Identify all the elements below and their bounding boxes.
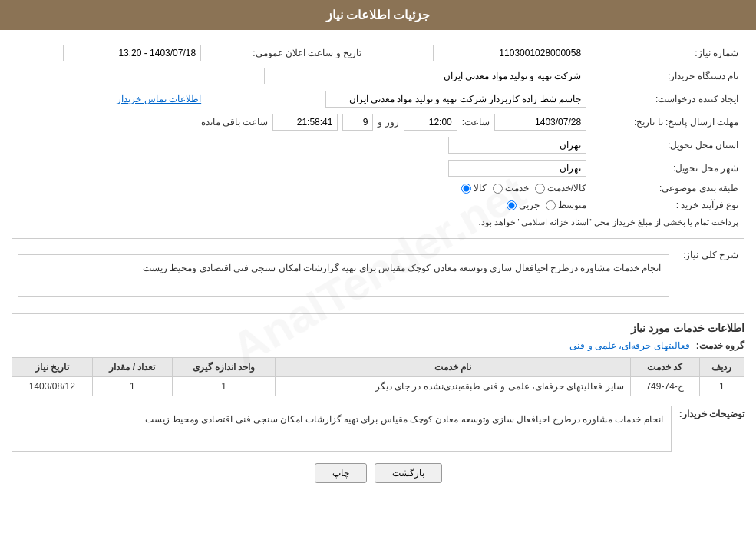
buyer-notes-box: انجام خدمات مشاوره درطرح احیافعال سازی و… (12, 406, 672, 452)
deadline-time-input[interactable] (404, 114, 457, 131)
table-cell-1: ج-74-749 (630, 377, 699, 396)
requester-input[interactable] (325, 91, 586, 108)
process-cell: متوسط جزیی (12, 197, 593, 214)
back-button[interactable]: بازگشت (375, 463, 442, 483)
contact-link-cell: اطلاعات تماس خریدار (12, 88, 207, 111)
buyer-org-label: نام دستگاه خریدار: (593, 65, 744, 88)
description-box: انجام خدمات مشاوره درطرح احیافعال سازی و… (18, 254, 669, 297)
deadline-days-label: روز و (378, 117, 398, 128)
table-cell-0: 1 (699, 377, 744, 396)
deadline-time-label: ساعت: (462, 117, 490, 128)
services-section: اطلاعات خدمات مورد نیاز گروه خدمت: فعالی… (12, 322, 744, 396)
province-label: استان محل تحویل: (593, 134, 744, 157)
process-radio-jozii[interactable]: جزیی (507, 200, 540, 210)
table-cell-3: 1 (173, 377, 276, 396)
print-button[interactable]: چاپ (315, 463, 367, 483)
province-input[interactable] (448, 137, 586, 154)
deadline-counter-input[interactable] (272, 114, 338, 131)
services-table: ردیف کد خدمت نام خدمت واحد اندازه گیری ت… (12, 357, 744, 396)
category-radio-khedmat[interactable]: خدمت (493, 183, 529, 194)
buyer-notes-row: توضیحات خریدار: انجام خدمات مشاوره درطرح… (12, 406, 744, 452)
city-cell (12, 157, 593, 180)
col-header-unit: واحد اندازه گیری (173, 358, 276, 377)
group-label: گروه خدمت: (696, 340, 744, 351)
divider-2 (12, 313, 744, 314)
city-input[interactable] (448, 160, 586, 177)
deadline-label: مهلت ارسال پاسخ: تا تاریخ: (593, 111, 744, 134)
description-cell: انجام خدمات مشاوره درطرح احیافعال سازی و… (12, 245, 675, 306)
col-header-date: تاریخ نیاز (12, 358, 93, 377)
description-text: انجام خدمات مشاوره درطرح احیافعال سازی و… (143, 263, 661, 273)
deadline-date-input[interactable] (494, 114, 586, 131)
process-label: نوع فرآیند خرید : (593, 197, 744, 214)
requester-cell (207, 88, 593, 111)
requester-label: ایجاد کننده درخواست: (593, 88, 744, 111)
category-radio-kala-khedmat[interactable]: کالا/خدمت (535, 183, 586, 194)
category-cell: کالا/خدمت خدمت کالا (12, 180, 593, 197)
col-header-row: ردیف (699, 358, 744, 377)
announce-datetime-input[interactable] (63, 45, 201, 61)
deadline-cell: ساعت: روز و ساعت باقی مانده (12, 111, 593, 134)
announce-datetime-label: تاریخ و ساعت اعلان عمومی: (207, 41, 377, 65)
button-row: بازگشت چاپ (12, 463, 744, 499)
table-row: 1ج-74-749سایر فعالیتهای حرفه‌ای، علمی و … (12, 377, 744, 396)
buyer-org-input[interactable] (264, 68, 586, 84)
col-header-name: نام خدمت (275, 358, 630, 377)
need-number-label: شماره نیاز: (593, 41, 744, 65)
table-cell-2: سایر فعالیتهای حرفه‌ای، علمی و فنی طبقه‌… (275, 377, 630, 396)
need-number-cell (377, 41, 593, 65)
description-label: شرح کلی نیاز: (675, 245, 744, 306)
province-cell (12, 134, 593, 157)
services-section-title: اطلاعات خدمات مورد نیاز (12, 322, 744, 334)
buyer-org-cell (12, 65, 593, 88)
process-radio-motawaset[interactable]: متوسط (546, 200, 586, 210)
info-table: شماره نیاز: تاریخ و ساعت اعلان عمومی: نا… (12, 41, 744, 230)
deadline-counter-label: ساعت باقی مانده (201, 117, 269, 128)
page-header: جزئیات اطلاعات نیاز (0, 0, 756, 30)
category-radio-kala[interactable]: کالا (461, 183, 487, 194)
divider-1 (12, 238, 744, 239)
group-value[interactable]: فعالیتهای حرفه‌ای، علمی و فنی (569, 340, 689, 351)
buyer-notes-label: توضیحات خریدار: (679, 409, 744, 419)
deadline-days-input[interactable] (342, 114, 373, 131)
process-note-cell: پرداخت تمام یا بخشی از مبلغ خریداز محل "… (12, 214, 744, 230)
city-label: شهر محل تحویل: (593, 157, 744, 180)
contact-link[interactable]: اطلاعات تماس خریدار (117, 94, 201, 104)
buyer-notes-text: انجام خدمات مشاوره درطرح احیافعال سازی و… (145, 414, 663, 425)
table-cell-5: 1403/08/12 (12, 377, 93, 396)
category-label: طبقه بندی موضوعی: (593, 180, 744, 197)
need-number-input[interactable] (433, 45, 586, 61)
table-cell-4: 1 (92, 377, 172, 396)
col-header-code: کد خدمت (630, 358, 699, 377)
process-note: پرداخت تمام یا بخشی از مبلغ خریداز محل "… (478, 217, 738, 227)
col-header-qty: تعداد / مقدار (92, 358, 172, 377)
description-table: شرح کلی نیاز: انجام خدمات مشاوره درطرح ا… (12, 245, 744, 306)
announce-datetime-cell (12, 41, 207, 65)
group-service-row: گروه خدمت: فعالیتهای حرفه‌ای، علمی و فنی (12, 340, 744, 351)
